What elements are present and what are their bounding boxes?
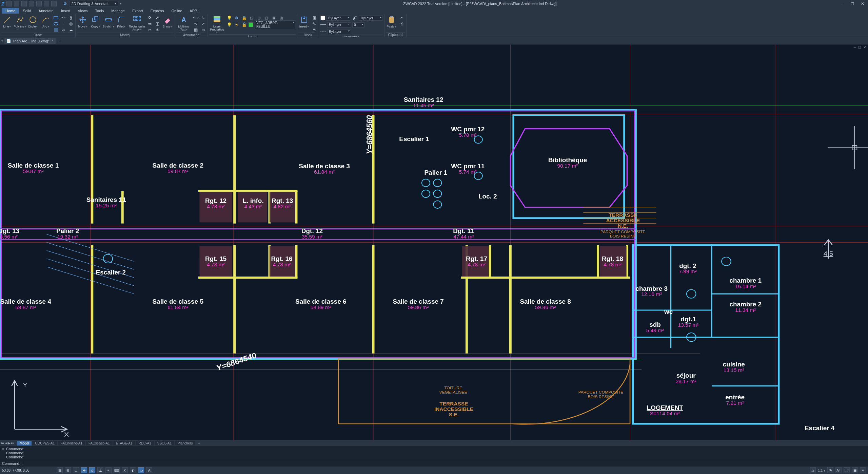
layer-dropdown[interactable]: VEG_ARBRE-FEUILLU	[255, 20, 295, 29]
tab-manage[interactable]: Manage	[108, 8, 128, 14]
plotstyle-dropdown[interactable]: ByLayer	[327, 29, 351, 34]
tool-rotate[interactable]: ⟳	[147, 15, 153, 20]
tool-mtext[interactable]: AMultiline Text	[176, 15, 191, 31]
qat-save[interactable]	[21, 1, 27, 6]
layout-tab-3[interactable]: FACse&so-A1	[86, 441, 113, 445]
document-tab-close[interactable]: ×	[52, 39, 54, 43]
status-annovis[interactable]: 👁	[827, 467, 833, 473]
tool-circle[interactable]: Circle	[27, 15, 39, 28]
status-clean[interactable]: ▣	[852, 467, 858, 473]
layout-nav-last[interactable]: ⏭	[11, 441, 14, 445]
qat-undo[interactable]	[44, 1, 49, 6]
tab-export[interactable]: Export	[129, 8, 146, 14]
tool-copy-clip[interactable]: ⎘	[399, 21, 405, 26]
tool-array[interactable]: Rectangular Array	[129, 15, 145, 31]
tool-region[interactable]: ▱	[60, 27, 66, 33]
layer-walk-icon[interactable]: ⊞	[278, 15, 284, 21]
tool-table[interactable]: ▦	[193, 27, 199, 33]
tool-insert[interactable]: Insert	[298, 15, 310, 28]
maximize-button[interactable]: ❐	[848, 1, 856, 7]
command-history-close[interactable]: ×	[2, 447, 6, 459]
qat-redo[interactable]	[51, 1, 57, 6]
tool-explode[interactable]: ✶	[154, 27, 160, 33]
status-transparency[interactable]: ◐	[130, 467, 136, 473]
tool-stretch[interactable]: Stretch	[103, 15, 114, 28]
layer-prev-icon[interactable]: ⊞	[256, 15, 262, 21]
tool-fillet[interactable]: Fillet	[116, 15, 127, 28]
tab-app[interactable]: APP+	[186, 8, 202, 14]
tool-ellipse[interactable]	[53, 21, 59, 26]
layer-off-icon[interactable]: 💡	[226, 15, 232, 21]
tab-views[interactable]: Views	[74, 8, 91, 14]
tool-trim[interactable]: ✂	[147, 27, 153, 33]
tool-offset[interactable]: ◫	[154, 21, 160, 26]
layer-unlock-icon[interactable]: 🔓	[241, 22, 247, 27]
tool-mleader[interactable]: ↗	[200, 21, 206, 26]
tool-mirror[interactable]: ⇋	[147, 21, 153, 26]
status-otrack[interactable]: ∠	[97, 467, 103, 473]
layout-tab-add[interactable]: +	[196, 441, 202, 445]
layout-nav-next[interactable]: ▶	[8, 441, 11, 445]
layout-tab-6[interactable]: SSOL-A1	[155, 441, 174, 445]
tool-spline[interactable]: 〰	[60, 15, 66, 20]
tool-donut[interactable]: ◎	[68, 21, 74, 26]
layout-tab-2[interactable]: FACno&ne-A1	[58, 441, 85, 445]
status-fullscreen[interactable]: ⛶	[844, 467, 850, 473]
layer-iso-icon[interactable]: ⊠	[271, 15, 277, 21]
layer-lock-icon[interactable]: 🔒	[241, 15, 247, 21]
layer-state-icon[interactable]: ⊡	[263, 15, 270, 21]
layout-tab-7[interactable]: Planchers	[175, 441, 195, 445]
status-lwt[interactable]: ≡	[105, 467, 112, 473]
tool-cut[interactable]: ✂	[399, 15, 405, 20]
tab-tools[interactable]: Tools	[92, 8, 107, 14]
qat-saveas[interactable]	[29, 1, 34, 6]
minimize-button[interactable]: ─	[838, 1, 846, 7]
tool-move[interactable]: Move	[77, 15, 88, 28]
status-model[interactable]: ▭	[138, 467, 144, 473]
qat-open[interactable]	[14, 1, 19, 6]
status-dyn[interactable]: ⌨	[114, 467, 120, 473]
command-line[interactable]: Command:	[0, 460, 868, 467]
layer-freeze-icon[interactable]: ❄	[234, 15, 240, 21]
status-annoscale[interactable]: A	[146, 467, 152, 473]
transparency-dropdown[interactable]: 0	[352, 22, 364, 27]
tool-helix[interactable]: §	[68, 15, 74, 20]
tool-dimlinear[interactable]: ⟷	[193, 15, 199, 20]
tool-dimaligned[interactable]: ⤡	[200, 15, 206, 20]
tool-hatch[interactable]	[53, 27, 59, 33]
tool-copy[interactable]: Copy	[90, 15, 101, 28]
color-swatch[interactable]	[320, 16, 325, 20]
layout-nav-first[interactable]: ⏮	[1, 441, 4, 445]
tab-home[interactable]: Home	[2, 8, 19, 14]
workspace-dropdown[interactable]: 2D Drafting & Annotati...	[69, 1, 118, 6]
tool-scale[interactable]: ⤢	[154, 15, 160, 20]
layout-tab-4[interactable]: ETAGE-A1	[113, 441, 135, 445]
layer-on-icon[interactable]: 💡	[226, 22, 232, 27]
qat-plot[interactable]	[36, 1, 42, 6]
tool-paste[interactable]: Paste	[386, 15, 397, 28]
tool-block-create[interactable]: ▣	[311, 15, 317, 20]
drawing-canvas[interactable]: ─ ❐ ✕	[0, 45, 868, 440]
tool-arc[interactable]: Arc	[40, 15, 52, 28]
tab-insert[interactable]: Insert	[58, 8, 74, 14]
tool-rect[interactable]	[53, 15, 59, 20]
match-props-icon[interactable]: 🖌	[352, 15, 358, 21]
lineweight-dropdown[interactable]: ByLayer	[327, 22, 351, 27]
layout-tab-1[interactable]: COUPES-A1	[32, 441, 57, 445]
tool-polyline[interactable]: Polyline	[14, 15, 26, 28]
tool-field[interactable]: ▭	[200, 27, 206, 33]
layout-tab-model[interactable]: Model	[17, 441, 32, 445]
tool-block-attr[interactable]: Aᵢ	[311, 27, 317, 33]
document-tab[interactable]: 📄 Plan Arc... Ind D.dwg* ×	[4, 38, 56, 44]
qat-new[interactable]	[6, 1, 12, 6]
tab-express[interactable]: Express	[147, 8, 167, 14]
color-dropdown[interactable]: ByLayer	[327, 16, 350, 21]
tool-layer-props[interactable]: Layer Properties	[209, 15, 225, 34]
layout-nav-prev[interactable]: ◀	[5, 441, 7, 445]
status-polar[interactable]: ✛	[81, 467, 87, 473]
tab-solid[interactable]: Solid	[19, 8, 34, 14]
status-annomonitor[interactable]: ⚠	[810, 467, 816, 473]
status-customize[interactable]: ≡	[860, 467, 866, 473]
status-snap[interactable]: ⊞	[65, 467, 71, 473]
tab-annotate[interactable]: Annotate	[35, 8, 57, 14]
